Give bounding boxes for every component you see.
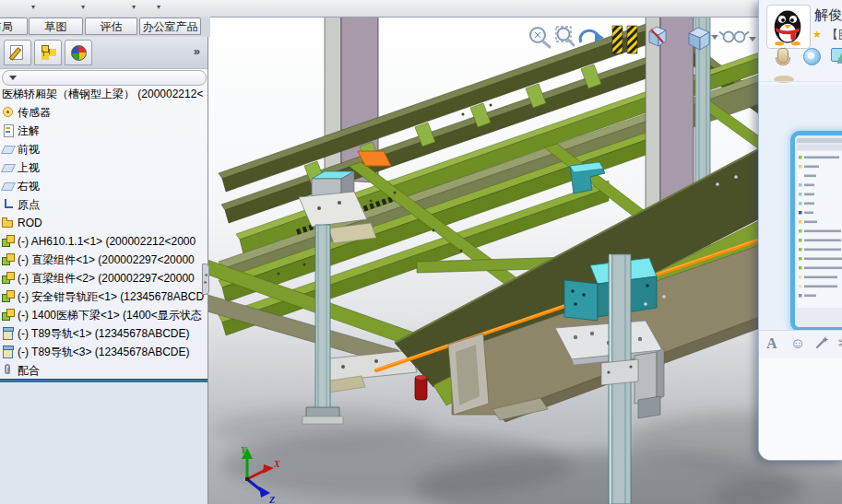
tree-item-mates[interactable]: 配合 [0, 361, 208, 378]
assembly-icon [2, 235, 15, 248]
assembly-icon [2, 253, 15, 266]
message-image-thumbnail[interactable] [790, 131, 842, 332]
emoticon-button[interactable]: ☺ [790, 335, 805, 352]
thumbnail-screenshot [795, 135, 842, 327]
feature-manager-panel: » 医梯轿厢架（槽钢型上梁） (200002212< 传感器 注解 前视 上视 … [0, 37, 208, 504]
font-button[interactable]: A [766, 335, 777, 352]
tree-item-safety-gear-gauge[interactable]: (-) 安全钳导轨距<1> (12345678ABCD [0, 287, 208, 306]
tree-rollup-bar[interactable] [2, 70, 207, 86]
splitter-right-icon: ▸ [204, 279, 207, 285]
tree-item-t89-rail-3[interactable]: (-) T89导轨<3> (12345678ABCDE) [0, 343, 208, 361]
scissors-button[interactable]: ✂ [838, 335, 842, 352]
tree-item-annotations[interactable]: 注解 [0, 122, 208, 140]
chat-input-area[interactable] [759, 358, 842, 460]
tree-lower-pane [0, 382, 208, 504]
qq-chat-window: 解俊 ★ 【图 A ☺ ✂ [758, 0, 842, 461]
tree-item-ah610[interactable]: (-) AH610.1.1<1> (200002212<2000 [0, 232, 208, 251]
panel-splitter-handle[interactable]: ◂ ▸ [202, 264, 209, 295]
magic-wand-icon [814, 335, 829, 350]
avatar[interactable] [766, 5, 811, 49]
chat-toolbar: A ☺ ✂ [759, 330, 842, 359]
triad-y-label: Y [241, 445, 247, 455]
part-icon [2, 327, 15, 340]
configuration-manager-icon [40, 45, 56, 60]
qq-penguin-icon [767, 6, 808, 46]
feature-tree: 医梯轿厢架（槽钢型上梁） (200002212< 传感器 注解 前视 上视 右视… [0, 85, 208, 378]
tree-item-straight-beam-1[interactable]: (-) 直梁组件<1> (200002297<20000 [0, 251, 208, 269]
tab-appearances[interactable] [65, 40, 92, 65]
chat-message-area[interactable] [759, 85, 842, 330]
tree-item-root[interactable]: 医梯轿厢架（槽钢型上梁） (200002212< [0, 85, 208, 103]
screen-share-icon[interactable] [831, 48, 842, 62]
appearance-ball-icon [70, 45, 87, 60]
tree-item-1400-lower-beam[interactable]: (-) 1400医梯下梁<1> (1400<显示状态 [0, 306, 208, 324]
webcam-icon[interactable] [803, 48, 821, 65]
top-toolbar: ▾ ▾ ▾ ▾ [0, 0, 842, 18]
folder-icon [2, 217, 15, 229]
toolbar-flyout-icon[interactable]: ▾ [81, 4, 85, 11]
tree-item-right-plane[interactable]: 右视 [0, 177, 208, 195]
toolbar-flyout-icon[interactable]: ▾ [132, 4, 136, 11]
contact-signature: 【图 [826, 27, 842, 43]
tab-office-products[interactable]: 办公室产品 [139, 18, 201, 35]
tree-item-top-plane[interactable]: 上视 [0, 158, 208, 177]
tree-item-rod-folder[interactable]: ROD [0, 214, 208, 232]
tab-sketch[interactable]: 草图 [29, 18, 83, 35]
plane-icon [2, 180, 15, 193]
star-icon: ★ [812, 29, 822, 41]
assembly-icon [2, 309, 15, 322]
annotations-icon [2, 124, 15, 137]
assembly-icon [2, 272, 15, 285]
magic-wand-button[interactable] [814, 335, 829, 354]
tab-layout[interactable]: 布局 [0, 18, 28, 35]
part-icon [2, 346, 15, 358]
section-view-icon[interactable] [649, 27, 666, 46]
microphone-icon[interactable] [777, 48, 789, 64]
triad-z-label: Z [268, 495, 275, 504]
toolbar-flyout-icon[interactable]: ▾ [31, 4, 35, 11]
assembly-icon [2, 290, 15, 303]
panel-expand-chevron[interactable]: » [194, 44, 200, 58]
tab-evaluate[interactable]: 评估 [85, 18, 137, 35]
tree-item-origin[interactable]: 原点 [0, 195, 208, 214]
tree-item-t89-rail-1[interactable]: (-) T89导轨<1> (12345678ABCDE) [0, 324, 208, 343]
origin-icon [2, 198, 15, 211]
toolbar-flyout-icon[interactable]: ▾ [157, 4, 160, 11]
plane-icon [2, 161, 15, 174]
tab-configurations[interactable] [34, 40, 62, 65]
tree-item-sensors[interactable]: 传感器 [0, 103, 208, 122]
contact-name: 解俊 [814, 6, 842, 24]
plane-icon [2, 143, 15, 156]
sensors-icon [2, 106, 15, 119]
tree-item-front-plane[interactable]: 前视 [0, 140, 208, 158]
header-divider [759, 81, 842, 82]
tree-item-straight-beam-2[interactable]: (-) 直梁组件<2> (200002297<20000 [0, 269, 208, 287]
rollup-arrow-icon [9, 76, 17, 80]
panel-tab-strip: » [0, 37, 208, 69]
splitter-left-icon: ◂ [204, 272, 207, 277]
feature-tree-icon [9, 45, 26, 60]
mates-paperclip-icon [2, 364, 15, 377]
triad-x-label: X [273, 459, 280, 469]
tab-feature-tree[interactable] [4, 40, 31, 65]
command-manager-tabs: 布局 草图 评估 办公室产品 [0, 17, 210, 37]
